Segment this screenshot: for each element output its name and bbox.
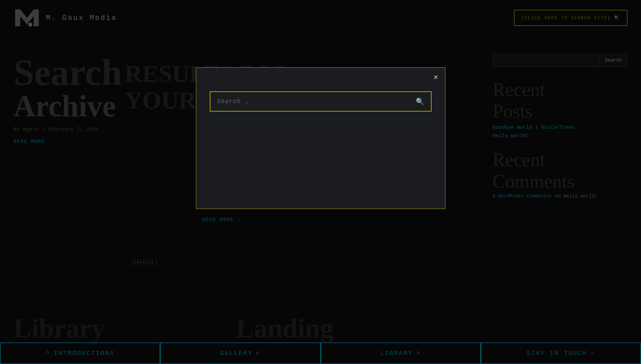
modal-search-input[interactable] <box>210 93 409 110</box>
search-modal: × 🔍 <box>196 67 445 209</box>
modal-search-form: 🔍 <box>210 91 432 112</box>
modal-close-button[interactable]: × <box>433 73 438 81</box>
modal-search-icon: 🔍 <box>416 98 424 105</box>
modal-overlay[interactable]: × 🔍 <box>0 0 641 364</box>
modal-search-submit-button[interactable]: 🔍 <box>409 92 431 111</box>
